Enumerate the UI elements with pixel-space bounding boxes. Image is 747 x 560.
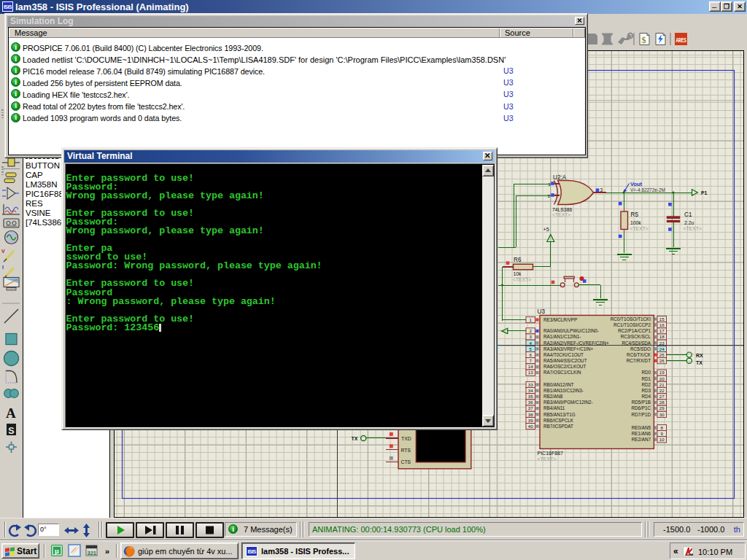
svg-text:V: V xyxy=(1,249,5,254)
svg-text:6: 6 xyxy=(529,352,532,357)
svg-text:28: 28 xyxy=(659,400,665,405)
svg-text:RB0/AN12/INT: RB0/AN12/INT xyxy=(543,382,574,387)
svg-text:321: 321 xyxy=(88,550,97,556)
svg-text:I: I xyxy=(2,265,4,270)
svg-text:RD7/P1D: RD7/P1D xyxy=(631,412,651,417)
svg-text:RE1/AN6: RE1/AN6 xyxy=(632,431,651,436)
svg-text:RB1/AN10/C12IN3-: RB1/AN10/C12IN3- xyxy=(543,388,584,393)
svg-text:5: 5 xyxy=(529,346,532,351)
svg-text:RD2: RD2 xyxy=(641,382,651,387)
svg-text:CTS: CTS xyxy=(401,459,411,464)
svg-text:15: 15 xyxy=(659,316,665,322)
svg-text:<TEXT>: <TEXT> xyxy=(552,212,570,217)
svg-text:<TEXT>: <TEXT> xyxy=(513,277,531,282)
svg-text:RE0/AN5: RE0/AN5 xyxy=(632,425,651,430)
svg-text:RC1/T1OSI/CCP2: RC1/T1OSI/CCP2 xyxy=(614,322,651,327)
svg-text:RB3/AN9/PGM/C12IN2-: RB3/AN9/PGM/C12IN2- xyxy=(543,400,593,405)
svg-text:RC3/SCK/SCL: RC3/SCK/SCL xyxy=(621,334,651,339)
svg-text:30: 30 xyxy=(659,412,665,417)
svg-text:8: 8 xyxy=(660,425,663,430)
svg-text:RB2/AN8: RB2/AN8 xyxy=(543,394,563,399)
svg-text:TX: TX xyxy=(352,436,358,441)
svg-text:21: 21 xyxy=(659,382,665,387)
svg-text:24: 24 xyxy=(659,346,665,351)
svg-text:38: 38 xyxy=(528,412,533,417)
svg-text:3: 3 xyxy=(529,334,532,339)
svg-text:U2:A: U2:A xyxy=(553,174,567,181)
svg-text:1: 1 xyxy=(548,182,551,187)
svg-text:$: $ xyxy=(642,35,646,45)
svg-text:10: 10 xyxy=(659,437,665,442)
svg-text:37: 37 xyxy=(528,405,533,411)
svg-text:V=-4.62272e-2M: V=-4.62272e-2M xyxy=(630,187,665,192)
svg-text:RD0: RD0 xyxy=(641,370,651,375)
svg-text:2: 2 xyxy=(529,328,532,333)
svg-text:TX: TX xyxy=(696,360,703,365)
svg-text:1: 1 xyxy=(529,317,532,322)
svg-text:<TEXT>: <TEXT> xyxy=(630,226,649,231)
svg-text:20: 20 xyxy=(659,376,665,381)
svg-text:U3: U3 xyxy=(538,308,546,315)
svg-text:S: S xyxy=(8,426,14,436)
svg-text:RD6/P1C: RD6/P1C xyxy=(631,405,651,411)
svg-text:14: 14 xyxy=(528,364,533,369)
svg-text:RTS: RTS xyxy=(401,448,411,453)
svg-text:RA6/OSC2/CLKOUT: RA6/OSC2/CLKOUT xyxy=(543,364,587,369)
svg-text:µ: µ xyxy=(55,547,59,555)
svg-text:RB4/AN11: RB4/AN11 xyxy=(543,405,565,411)
svg-text:R6: R6 xyxy=(514,257,522,263)
svg-text:PIC16F887: PIC16F887 xyxy=(538,451,564,456)
svg-text:RC7/RX/DT: RC7/RX/DT xyxy=(627,358,651,363)
svg-text:RC4/SDI/SDA: RC4/SDI/SDA xyxy=(622,341,651,346)
svg-text:29: 29 xyxy=(659,405,665,411)
svg-text:22: 22 xyxy=(659,388,665,393)
svg-text:34: 34 xyxy=(528,388,533,393)
svg-text:RD1: RD1 xyxy=(641,376,651,381)
svg-text:40: 40 xyxy=(528,424,533,429)
svg-text:7: 7 xyxy=(529,358,532,363)
svg-text:ARES: ARES xyxy=(676,37,686,44)
svg-text:2.2u: 2.2u xyxy=(684,220,694,225)
svg-text:RE3/MCLR/VPP: RE3/MCLR/VPP xyxy=(543,317,577,322)
svg-text:26: 26 xyxy=(659,358,665,363)
svg-text:RC5/SDO: RC5/SDO xyxy=(630,346,651,351)
svg-text:A: A xyxy=(6,405,16,421)
svg-text:P1: P1 xyxy=(701,190,708,195)
svg-text:RB6/ICSPCLK: RB6/ICSPCLK xyxy=(543,418,574,423)
svg-text:RC2/P1A/CCP1: RC2/P1A/CCP1 xyxy=(618,328,651,333)
svg-text:RA7/OSC1/CLKIN: RA7/OSC1/CLKIN xyxy=(543,370,581,375)
svg-text:39: 39 xyxy=(528,418,533,423)
svg-text:13: 13 xyxy=(528,370,533,375)
svg-text:RA0/AN0/ULPWU/C12IN0-: RA0/AN0/ULPWU/C12IN0- xyxy=(543,328,599,333)
svg-text:+5: +5 xyxy=(543,226,549,233)
svg-text:C1: C1 xyxy=(684,211,692,218)
svg-text:RX: RX xyxy=(696,353,703,358)
svg-text:19: 19 xyxy=(659,370,665,375)
svg-text:100k: 100k xyxy=(630,220,641,225)
svg-text:RD4: RD4 xyxy=(641,394,651,399)
svg-text:17: 17 xyxy=(659,328,665,333)
svg-text:9: 9 xyxy=(660,431,663,436)
svg-text:RA4/T0CKI/C1OUT: RA4/T0CKI/C1OUT xyxy=(543,352,584,357)
svg-text:25: 25 xyxy=(659,352,665,357)
svg-text:3: 3 xyxy=(600,187,603,192)
svg-text:RA1/AN1/C12IN1-: RA1/AN1/C12IN1- xyxy=(543,334,581,339)
svg-text:RD5/P1B: RD5/P1B xyxy=(632,400,651,405)
svg-text:10k: 10k xyxy=(514,271,522,276)
svg-text:35: 35 xyxy=(528,394,533,399)
svg-text:TXD: TXD xyxy=(401,436,411,441)
svg-text:RA2/AN2/VREF-/CVREF/C2IN+: RA2/AN2/VREF-/CVREF/C2IN+ xyxy=(543,341,609,346)
svg-text:RB7/ICSPDAT: RB7/ICSPDAT xyxy=(543,424,573,429)
svg-text:RD3: RD3 xyxy=(641,388,651,393)
svg-text:18: 18 xyxy=(659,334,665,339)
svg-text:RB5/AN13/T1G: RB5/AN13/T1G xyxy=(543,412,576,417)
svg-text:<TEXT>: <TEXT> xyxy=(684,226,702,231)
svg-text:27: 27 xyxy=(659,394,665,399)
svg-text:RE2/AN7: RE2/AN7 xyxy=(632,437,651,442)
svg-text:2: 2 xyxy=(548,193,551,198)
svg-text:RC0/T1OSO/T1CKI: RC0/T1OSO/T1CKI xyxy=(611,316,651,322)
svg-text:33: 33 xyxy=(528,382,533,387)
svg-text:R5: R5 xyxy=(631,211,639,218)
svg-text:<TEXT>: <TEXT> xyxy=(538,456,557,462)
svg-text:RC6/TX/CK: RC6/TX/CK xyxy=(627,352,651,357)
